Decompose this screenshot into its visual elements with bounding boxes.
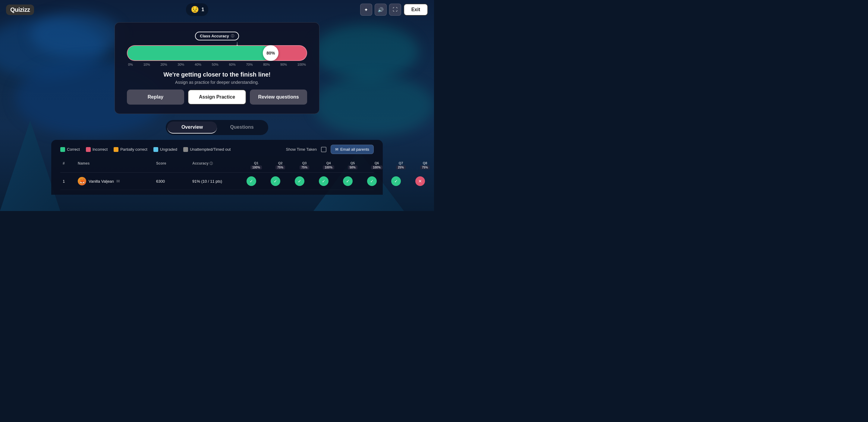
email-all-parents-button[interactable]: ✉ Email all parents (331, 145, 374, 154)
action-buttons: Replay Assign Practice Review questions (127, 90, 307, 104)
table-container: # Names Score Accuracy ⓘ Q1 100% Q2 75 (60, 158, 374, 190)
logo-text: Quizizz (10, 6, 30, 13)
legend-unattempted: Unattempted/Timed out (183, 147, 230, 152)
progress-label-40: 40% (195, 63, 201, 66)
incorrect-label: Incorrect (93, 147, 108, 152)
checkmark-icon: ✓ (298, 179, 301, 184)
progress-label-60: 60% (229, 63, 236, 66)
q7-label: Q7 (399, 161, 403, 165)
participant-badge: 😟 1 (186, 3, 209, 16)
replay-button[interactable]: Replay (127, 90, 184, 104)
checkmark-icon: ✓ (322, 179, 326, 184)
q2-label: Q2 (278, 161, 283, 165)
player-mail-icon[interactable]: ✉ (116, 179, 120, 184)
q5-label: Q5 (350, 161, 355, 165)
player-q2: ✓ (268, 175, 292, 187)
class-accuracy-text: Class Accuracy (200, 34, 229, 38)
progress-bar-outer: 80% (127, 45, 307, 61)
q3-pct: 75% (300, 165, 309, 170)
checkmark-icon: ✓ (394, 179, 398, 184)
assign-practice-button[interactable]: Assign Practice (188, 90, 246, 104)
partial-dot (114, 147, 119, 152)
main-content: Class Accuracy ⓘ ↓ 80% 0% 10% 20% 30% 40… (0, 19, 434, 195)
th-score: Score (154, 160, 190, 171)
q6-label: Q6 (375, 161, 379, 165)
q3-label: Q3 (302, 161, 307, 165)
player-emoji: 😟 (190, 5, 200, 14)
accuracy-info-icon[interactable]: ⓘ (231, 34, 234, 38)
tab-overview[interactable]: Overview (167, 121, 217, 133)
email-label: Email all parents (340, 147, 369, 152)
th-q5: Q5 50% (341, 160, 365, 171)
partial-label: Partially correct (120, 147, 147, 152)
player-q8: ✕ (413, 175, 434, 187)
table-row: 1 🦊 Vanilla Valjean ✉ 6300 91% (10 / 11 … (60, 173, 374, 190)
accuracy-table-info-icon[interactable]: ⓘ (210, 161, 213, 165)
q5-pct: 50% (348, 165, 358, 170)
th-q6: Q6 100% (365, 160, 389, 171)
accuracy-label-container: Class Accuracy ⓘ ↓ (127, 32, 307, 40)
show-time-label: Show Time Taken (286, 147, 317, 152)
th-names: Names (75, 160, 154, 171)
progress-label-80: 80% (263, 63, 270, 66)
legend-partial: Partially correct (114, 147, 147, 152)
th-q2: Q2 75% (268, 160, 292, 171)
ungraded-dot (153, 147, 158, 152)
unattempted-label: Unattempted/Timed out (190, 147, 230, 152)
volume-icon: 🔊 (378, 7, 384, 13)
q1-pct: 100% (250, 165, 262, 170)
exit-button[interactable]: Exit (404, 4, 428, 16)
topbar-right: ✦ 🔊 ⛶ Exit (360, 4, 428, 16)
show-time-checkbox[interactable] (321, 147, 327, 152)
result-subtitle: Assign as practice for deeper understand… (163, 80, 271, 85)
th-q3: Q3 75% (292, 160, 316, 171)
legend-incorrect: Incorrect (86, 147, 108, 152)
q4-result: ✓ (319, 176, 329, 186)
q2-result: ✓ (271, 176, 280, 186)
fullscreen-button[interactable]: ⛶ (389, 4, 401, 16)
checkmark-icon: ✓ (274, 179, 277, 184)
tab-questions[interactable]: Questions (217, 121, 267, 133)
unattempted-dot (183, 147, 188, 152)
result-card: Class Accuracy ⓘ ↓ 80% 0% 10% 20% 30% 40… (115, 22, 319, 114)
progress-label-30: 30% (178, 63, 184, 66)
progress-labels: 0% 10% 20% 30% 40% 50% 60% 70% 80% 90% 1… (127, 63, 307, 66)
player-accuracy: 91% (10 / 11 pts) (190, 178, 244, 185)
player-score: 6300 (154, 178, 190, 185)
bottom-section: Correct Incorrect Partially correct Ungr… (51, 140, 383, 195)
fullscreen-icon: ⛶ (393, 7, 398, 12)
progress-value: 80% (267, 51, 275, 56)
progress-label-10: 10% (144, 63, 150, 66)
progress-label-20: 20% (160, 63, 167, 66)
q8-pct: 75% (420, 165, 430, 170)
volume-button[interactable]: 🔊 (375, 4, 387, 16)
incorrect-dot (86, 147, 91, 152)
player-q5: ✓ (341, 175, 365, 187)
legend: Correct Incorrect Partially correct Ungr… (60, 145, 374, 154)
sparkles-button[interactable]: ✦ (360, 4, 372, 16)
player-name-container: 🦊 Vanilla Valjean ✉ (78, 177, 151, 185)
player-q3: ✓ (292, 175, 316, 187)
checkmark-icon: ✓ (250, 179, 253, 184)
player-q7: ✓ (389, 175, 413, 187)
legend-right: Show Time Taken ✉ Email all parents (286, 145, 374, 154)
player-q4: ✓ (316, 175, 341, 187)
q6-result: ✓ (367, 176, 377, 186)
th-accuracy: Accuracy ⓘ (190, 160, 244, 171)
progress-label-100: 100% (298, 63, 306, 66)
correct-label: Correct (67, 147, 80, 152)
q4-pct: 100% (323, 165, 334, 170)
logo: Quizizz (6, 4, 34, 15)
table-header: # Names Score Accuracy ⓘ Q1 100% Q2 75 (60, 158, 374, 173)
player-q6: ✓ (365, 175, 389, 187)
review-questions-button[interactable]: Review questions (250, 90, 307, 104)
th-q8: Q8 75% (413, 160, 434, 171)
progress-indicator: 80% (263, 45, 278, 61)
legend-ungraded: Ungraded (153, 147, 177, 152)
progress-bar-fill (127, 46, 271, 60)
th-q1: Q1 100% (244, 160, 268, 171)
progress-label-50: 50% (212, 63, 218, 66)
progress-label-90: 90% (280, 63, 287, 66)
topbar: Quizizz 😟 1 ✦ 🔊 ⛶ Exit (0, 0, 434, 19)
class-accuracy-pill: Class Accuracy ⓘ (195, 32, 239, 40)
